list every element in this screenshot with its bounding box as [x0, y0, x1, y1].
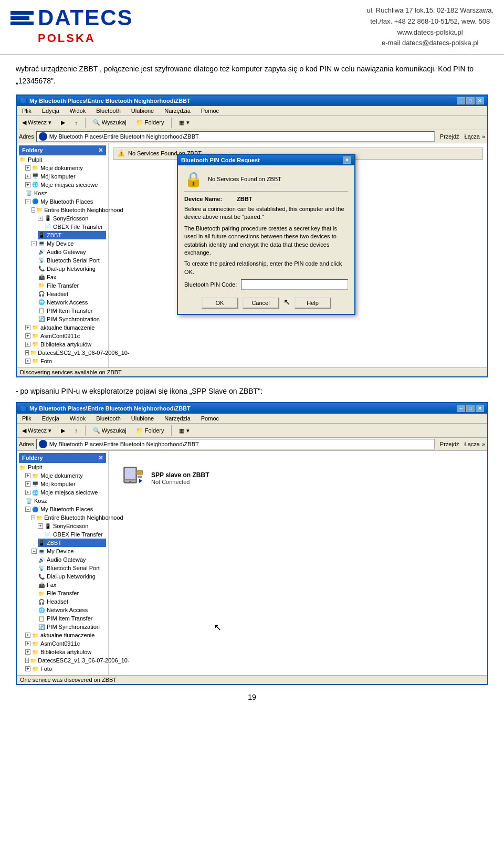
window1-titlebar[interactable]: 🔵 My Bluetooth Places\Entire Bluetooth N…: [17, 96, 487, 106]
sidebar-title[interactable]: Foldery ✕: [19, 145, 106, 155]
expand-icon[interactable]: −: [32, 207, 35, 213]
go-button2[interactable]: Przejdź: [437, 439, 463, 449]
tree2-entire[interactable]: − 📁 Entire Bluetooth Neighborhood: [32, 513, 106, 522]
tree-item-pim-item[interactable]: 📋 PIM Item Transfer: [38, 307, 106, 315]
up-button[interactable]: ↑: [71, 118, 81, 128]
tree2-komputer[interactable]: + 🖥️ Mój komputer: [25, 480, 106, 488]
tree-item-obex[interactable]: 📄 OBEX File Transfer: [44, 223, 106, 231]
pin-input[interactable]: [241, 279, 348, 290]
expand-icon[interactable]: +: [25, 649, 30, 655]
menu2-plik[interactable]: Plik: [19, 415, 35, 422]
tree2-filetransfer[interactable]: 📁 File Transfer: [38, 589, 106, 597]
expand-icon[interactable]: +: [25, 473, 30, 478]
window2-menubar[interactable]: Plik Edycja Widok Bluetooth Ulubione Nar…: [17, 414, 487, 424]
tree2-tlumaczenie[interactable]: + 📁 aktualne tłumaczenie: [25, 631, 106, 639]
tree2-biblioteka[interactable]: + 📁 Biblioteka artykułów: [25, 648, 106, 656]
expand-icon[interactable]: +: [38, 216, 43, 221]
folders-button[interactable]: 📁 Foldery: [133, 118, 167, 128]
sidebar-close2[interactable]: ✕: [98, 455, 103, 461]
window2-titlebar[interactable]: 🔵 My Bluetooth Places\Entire Bluetooth N…: [17, 403, 487, 414]
menu-plik[interactable]: Plik: [19, 107, 35, 114]
forward-button[interactable]: ▶: [58, 118, 68, 128]
tree2-audio-gw[interactable]: 🔊 Audio Gateway: [38, 555, 106, 564]
expand-icon[interactable]: −: [32, 549, 37, 554]
tree-item-filetransfer[interactable]: 📁 File Transfer: [38, 281, 106, 290]
expand-icon[interactable]: +: [25, 490, 30, 495]
views-button2[interactable]: ▦ ▾: [176, 426, 192, 436]
expand-icon[interactable]: +: [25, 174, 30, 179]
folders-button2[interactable]: 📁 Foldery: [133, 426, 167, 436]
tree-item-bluetooth-places[interactable]: − 🔵 My Bluetooth Places: [25, 197, 106, 206]
address-field2[interactable]: My Bluetooth Places\Entire Bluetooth Nei…: [36, 439, 435, 449]
address-field[interactable]: My Bluetooth Places\Entire Bluetooth Nei…: [36, 131, 435, 142]
dialog-titlebar[interactable]: Bluetooth PIN Code Request ✕: [178, 155, 354, 165]
window2-toolbar[interactable]: ◀ Wstecz ▾ ▶ ↑ 🔍 Wyszukaj 📁 Foldery ▦ ▾: [17, 424, 487, 438]
ok-button[interactable]: OK: [202, 297, 238, 309]
tree2-zbbt[interactable]: 📱 ZBBT: [38, 539, 106, 547]
maximize-button2[interactable]: □: [466, 405, 475, 412]
tree2-headset[interactable]: 🎧 Headset: [38, 597, 106, 606]
tree2-pulpit[interactable]: 📁 Pulpit: [19, 463, 106, 471]
expand-icon[interactable]: +: [25, 666, 30, 671]
minimize-button2[interactable]: ─: [457, 405, 465, 412]
tree-item-network-access[interactable]: 🌐 Network Access: [38, 298, 106, 307]
close-button2[interactable]: ✕: [476, 405, 484, 412]
tree-item-kosz[interactable]: 🗑️ Kosz: [25, 189, 106, 197]
expand-icon[interactable]: −: [25, 507, 30, 512]
tree2-fax[interactable]: 📠 Fax: [38, 581, 106, 589]
menu2-narzedzia[interactable]: Narzędzia: [161, 415, 194, 422]
tree-item-asmcont[interactable]: + 📁 AsmCont0911c: [25, 332, 106, 340]
help-button[interactable]: Help: [295, 297, 331, 309]
menu2-edycja[interactable]: Edycja: [39, 415, 62, 422]
tree-item-foto[interactable]: + 📁 Foto: [25, 357, 106, 365]
expand-icon[interactable]: −: [32, 241, 37, 246]
window1-menubar[interactable]: Plik Edycja Widok Bluetooth Ulubione Nar…: [17, 106, 487, 116]
expand-icon[interactable]: +: [25, 333, 30, 339]
expand-icon[interactable]: −: [32, 515, 35, 520]
tree-item-pulpit[interactable]: 📁 Pulpit: [19, 155, 106, 164]
expand-icon[interactable]: +: [25, 350, 29, 355]
up-button2[interactable]: ↑: [71, 426, 81, 435]
expand-icon[interactable]: +: [25, 481, 30, 487]
tree-item-komputer[interactable]: + 🖥️ Mój komputer: [25, 172, 106, 181]
menu2-bluetooth[interactable]: Bluetooth: [93, 415, 123, 422]
tree-item-biblioteka[interactable]: + 📁 Biblioteka artykułów: [25, 340, 106, 349]
expand-icon[interactable]: +: [25, 641, 30, 646]
maximize-button[interactable]: □: [466, 97, 475, 104]
tree-item-zbbt[interactable]: 📱 ZBBT: [38, 231, 106, 239]
tree2-asmcont[interactable]: + 📁 AsmCont0911c: [25, 639, 106, 648]
back-button[interactable]: ◀ Wstecz ▾: [19, 118, 55, 128]
tree-item-tlumaczenie[interactable]: + 📁 aktualne tłumaczenie: [25, 323, 106, 332]
minimize-button[interactable]: ─: [457, 97, 465, 104]
expand-icon[interactable]: +: [25, 658, 29, 663]
tree2-obex[interactable]: 📄 OBEX File Transfer: [44, 530, 106, 539]
menu-bluetooth[interactable]: Bluetooth: [93, 107, 123, 114]
menu-pomoc[interactable]: Pomoc: [198, 107, 222, 114]
tree2-bt-places[interactable]: − 🔵 My Bluetooth Places: [25, 505, 106, 513]
close-button[interactable]: ✕: [476, 97, 484, 104]
expand-icon[interactable]: −: [25, 199, 30, 204]
cancel-button[interactable]: Cancel: [243, 297, 279, 309]
expand-icon[interactable]: +: [25, 633, 30, 638]
pin-input-row[interactable]: Bluetooth PIN Code:: [184, 279, 348, 290]
window-controls[interactable]: ─ □ ✕: [457, 97, 484, 104]
menu2-widok[interactable]: Widok: [67, 415, 89, 422]
tree2-datecs[interactable]: + 📁 DatecsESC2_v1.3_06-07-2006_10-: [25, 656, 106, 665]
tree2-dialup[interactable]: 📞 Dial-up Networking: [38, 572, 106, 581]
tree-item-bt-serial[interactable]: 📡 Bluetooth Serial Port: [38, 256, 106, 265]
menu-edycja[interactable]: Edycja: [39, 107, 62, 114]
tree2-kosz[interactable]: 🗑️ Kosz: [25, 497, 106, 505]
tree-item-fax[interactable]: 📠 Fax: [38, 273, 106, 281]
menu2-pomoc[interactable]: Pomoc: [198, 415, 222, 422]
expand-icon[interactable]: +: [25, 359, 30, 364]
tree2-foto[interactable]: + 📁 Foto: [25, 665, 106, 673]
tree2-pim-sync[interactable]: 🔄 PIM Synchronization: [38, 623, 106, 631]
expand-icon[interactable]: +: [25, 342, 30, 347]
back-button2[interactable]: ◀ Wstecz ▾: [19, 426, 55, 436]
links-label2[interactable]: Łącza: [465, 441, 480, 447]
views-button[interactable]: ▦ ▾: [176, 118, 192, 128]
links-label[interactable]: Łącza: [465, 133, 480, 140]
tree-item-sieciowe[interactable]: + 🌐 Moje miejsca sieciowe: [25, 181, 106, 189]
tree-item-entire-neighborhood[interactable]: − 📁 Entire Bluetooth Neighborhood: [32, 206, 106, 214]
tree2-sonyericsson[interactable]: + 📱 SonyEricsson: [38, 522, 106, 530]
